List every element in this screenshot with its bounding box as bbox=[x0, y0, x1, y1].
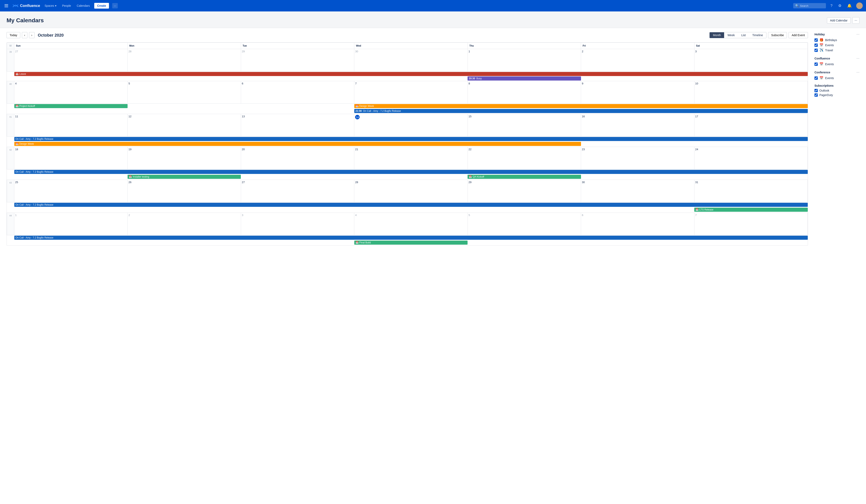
events-row: 📅 Project Kickoff 📅 Design Week bbox=[7, 104, 808, 114]
next-button[interactable]: › bbox=[29, 32, 35, 38]
help-button[interactable]: ? bbox=[829, 2, 834, 9]
leave-event[interactable]: 📅 Leave bbox=[14, 72, 808, 76]
search-box[interactable]: 🔍 Search bbox=[793, 3, 826, 8]
cal-cell[interactable]: 9 bbox=[581, 81, 694, 104]
outlook-checkbox[interactable] bbox=[814, 89, 818, 92]
cal-cell[interactable]: 1 bbox=[14, 213, 127, 235]
busy-event[interactable]: 20:30 Busy bbox=[468, 76, 581, 80]
thu-header: Thu bbox=[468, 43, 581, 49]
confluence-events-checkbox[interactable] bbox=[814, 63, 818, 66]
cal-cell[interactable]: 30 bbox=[581, 180, 694, 202]
cal-cell[interactable]: 14 bbox=[354, 114, 468, 136]
cal-cell[interactable]: 28 bbox=[354, 180, 468, 202]
date-label: 9 bbox=[582, 82, 693, 85]
cal-cell[interactable]: 7 bbox=[694, 213, 808, 235]
cal-cell[interactable]: 29 bbox=[241, 49, 354, 71]
cal-cell[interactable]: 16 bbox=[581, 114, 694, 136]
cal-cell[interactable]: 24 bbox=[694, 147, 808, 169]
installer-event[interactable]: 📅 Installer testing bbox=[127, 175, 241, 179]
tab-timeline[interactable]: Timeline bbox=[749, 32, 766, 38]
cal-cell[interactable]: 12 bbox=[127, 114, 241, 136]
conference-events-checkbox[interactable] bbox=[814, 76, 818, 80]
cal-cell[interactable]: 13 bbox=[241, 114, 354, 136]
cal-cell[interactable]: 25 bbox=[14, 180, 127, 202]
section-more-button[interactable]: ··· bbox=[856, 56, 859, 60]
item-label: Events bbox=[825, 63, 834, 66]
cal-cell[interactable]: 21 bbox=[354, 147, 468, 169]
page-more-button[interactable]: ··· bbox=[852, 17, 859, 24]
section-more-button[interactable]: ··· bbox=[856, 70, 859, 75]
prev-button[interactable]: ‹ bbox=[22, 32, 27, 38]
gear-icon: ⚙ bbox=[838, 3, 842, 8]
cal-cell[interactable]: 6 bbox=[581, 213, 694, 235]
oncall-event[interactable]: On Call - Amy - 7.2 Bugfix Release bbox=[14, 236, 808, 240]
cal-cell[interactable]: 27 bbox=[241, 180, 354, 202]
cal-cell[interactable]: 26 bbox=[127, 180, 241, 202]
birthdays-checkbox[interactable] bbox=[814, 38, 818, 42]
create-button[interactable]: Create bbox=[94, 3, 109, 9]
cal-cell[interactable]: 29 bbox=[468, 180, 581, 202]
section-more-button[interactable]: ··· bbox=[856, 32, 859, 36]
cal-cell[interactable]: 2 bbox=[581, 49, 694, 71]
subscribe-button[interactable]: Subscribe bbox=[768, 32, 787, 38]
cal-cell[interactable]: 28 bbox=[127, 49, 241, 71]
oncall-event[interactable]: On Call - Amy - 7.2 Bugfix Release bbox=[14, 203, 808, 207]
people-nav-item[interactable]: People bbox=[61, 3, 73, 8]
oncall-event[interactable]: 21:00 On Call - Amy - 7.2 Bugfix Release bbox=[354, 109, 808, 113]
spaces-menu[interactable]: Spaces ▾ bbox=[43, 3, 58, 8]
section-title: Confluence bbox=[814, 57, 830, 60]
cal-cell[interactable]: 5 bbox=[127, 81, 241, 104]
cal-cell[interactable]: 20 bbox=[241, 147, 354, 169]
cal-cell[interactable]: 15 bbox=[468, 114, 581, 136]
pagerduty-checkbox[interactable] bbox=[814, 93, 818, 97]
spaces-chevron-icon: ▾ bbox=[55, 4, 56, 7]
holiday-events-checkbox[interactable] bbox=[814, 44, 818, 47]
cal-cell[interactable]: 22 bbox=[468, 147, 581, 169]
date-label: 29 bbox=[469, 181, 580, 184]
cal-cell[interactable]: 23 bbox=[581, 147, 694, 169]
today-button[interactable]: Today bbox=[7, 32, 20, 38]
oncall-event[interactable]: On Call - Amy - 7.2 Bugfix Release bbox=[14, 170, 808, 174]
cal-cell[interactable]: 8 bbox=[468, 81, 581, 104]
tab-week[interactable]: Week bbox=[724, 32, 738, 38]
oncall-event[interactable]: On Call - Amy - 7.2 Bugfix Release bbox=[14, 137, 808, 141]
final-build-event[interactable]: 📅 Final Build bbox=[354, 240, 468, 245]
lts-release-event[interactable]: 📅 LTS Release bbox=[694, 208, 808, 212]
cal-cell[interactable]: 27 bbox=[14, 49, 127, 71]
date-label: 7 bbox=[695, 214, 807, 217]
cal-cell[interactable]: 6 bbox=[241, 81, 354, 104]
travel-checkbox[interactable] bbox=[814, 49, 818, 52]
tab-list[interactable]: List bbox=[738, 32, 749, 38]
add-calendar-button[interactable]: Add Calendar bbox=[827, 18, 851, 23]
confluence-logo[interactable]: Confluence bbox=[13, 3, 40, 9]
tab-month[interactable]: Month bbox=[710, 32, 724, 38]
cal-cell[interactable]: 19 bbox=[127, 147, 241, 169]
cal-cell[interactable]: 7 bbox=[354, 81, 468, 104]
cal-cell[interactable]: 3 bbox=[694, 49, 808, 71]
calendars-nav-item[interactable]: Calendars bbox=[76, 3, 91, 8]
cal-cell[interactable]: 18 bbox=[14, 147, 127, 169]
user-avatar[interactable] bbox=[856, 2, 863, 9]
cal-cell[interactable]: 10 bbox=[694, 81, 808, 104]
conference-section: Conference ··· 📅 Events bbox=[814, 70, 859, 80]
cal-cell[interactable]: 5 bbox=[468, 213, 581, 235]
list-item: 📅 Events bbox=[814, 43, 859, 47]
design-week-event[interactable]: 📅 Design Week bbox=[354, 104, 808, 108]
settings-button[interactable]: ⚙ bbox=[837, 2, 843, 9]
hamburger-menu-button[interactable] bbox=[3, 3, 9, 8]
cal-cell[interactable]: 4 bbox=[14, 81, 127, 104]
qa-kickoff-event[interactable]: 📅 QA Kickoff bbox=[468, 175, 581, 179]
cal-cell[interactable]: 30 bbox=[354, 49, 468, 71]
cal-cell[interactable]: 17 bbox=[694, 114, 808, 136]
design-week-event[interactable]: 📅 Design Week bbox=[14, 142, 581, 146]
cal-cell[interactable]: 31 bbox=[694, 180, 808, 202]
cal-cell[interactable]: 11 bbox=[14, 114, 127, 136]
cal-cell[interactable]: 2 bbox=[127, 213, 241, 235]
add-event-button[interactable]: Add Event bbox=[789, 32, 808, 38]
cal-cell[interactable]: 4 bbox=[354, 213, 468, 235]
project-kickoff-event[interactable]: 📅 Project Kickoff bbox=[14, 104, 127, 108]
topnav-more-button[interactable]: ··· bbox=[112, 3, 118, 8]
notifications-button[interactable]: 🔔 bbox=[846, 2, 853, 9]
cal-cell[interactable]: 3 bbox=[241, 213, 354, 235]
cal-cell[interactable]: 1 bbox=[468, 49, 581, 71]
